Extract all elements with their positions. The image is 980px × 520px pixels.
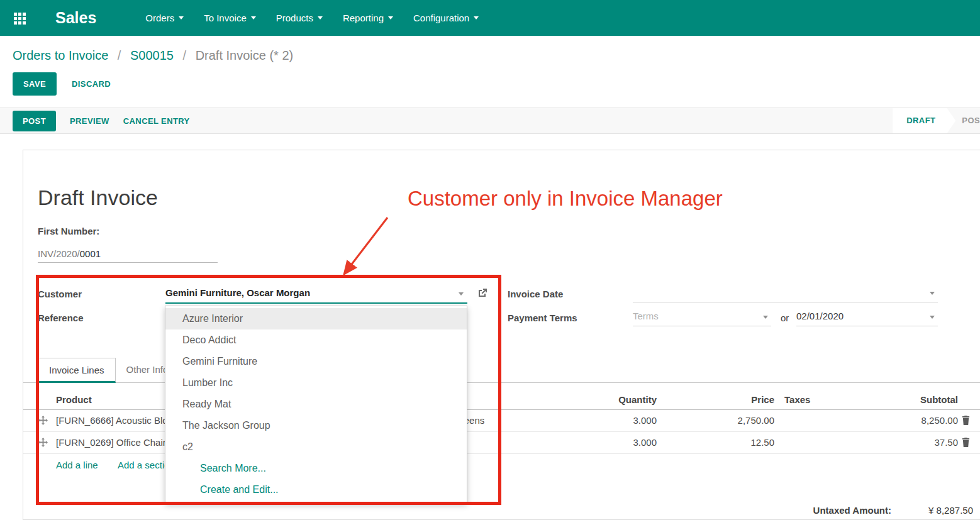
post-button[interactable]: POST — [13, 111, 56, 131]
due-date-field[interactable]: 02/01/2020 — [796, 307, 938, 326]
cell-subtotal: 37.50 — [841, 437, 958, 448]
breadcrumb-current: Draft Invoice (* 2) — [196, 48, 294, 62]
tab-invoice-lines[interactable]: Invoice Lines — [38, 358, 116, 383]
delete-row-icon[interactable] — [962, 438, 970, 449]
untaxed-amount-value: ¥ 8,287.50 — [899, 505, 973, 516]
top-menus: Orders To Invoice Products Reporting Con… — [135, 0, 489, 36]
caret-down-icon — [318, 16, 323, 19]
cell-quantity[interactable]: 3.000 — [558, 415, 657, 426]
customer-dropdown-option[interactable]: Azure Interior — [165, 308, 467, 329]
caret-down-icon — [388, 16, 393, 19]
due-date-value: 02/01/2020 — [796, 311, 844, 321]
external-link-icon[interactable] — [477, 288, 487, 301]
customer-dropdown-option[interactable]: c2 — [165, 436, 467, 458]
search-more-option[interactable]: Search More... — [165, 458, 467, 479]
caret-down-icon — [179, 16, 184, 19]
app-name[interactable]: Sales — [55, 9, 96, 27]
menu-orders[interactable]: Orders — [135, 0, 194, 36]
create-and-edit-option[interactable]: Create and Edit... — [165, 479, 467, 501]
untaxed-amount-label: Untaxed Amount: — [753, 505, 891, 516]
invoice-date-label: Invoice Date — [508, 289, 563, 299]
page-title: Draft Invoice — [38, 185, 158, 210]
caret-down-icon — [763, 316, 768, 319]
customer-label: Customer — [38, 289, 82, 299]
payment-terms-placeholder: Terms — [633, 311, 659, 321]
apps-grid-glyph — [14, 13, 17, 16]
breadcrumb: Orders to Invoice / S00015 / Draft Invoi… — [0, 36, 980, 63]
invoice-date-field[interactable] — [633, 284, 938, 302]
menu-products-label: Products — [276, 13, 313, 23]
customer-dropdown-option[interactable]: Lumber Inc — [165, 372, 467, 394]
caret-down-icon — [251, 16, 256, 19]
column-subtotal: Subtotal — [841, 394, 958, 405]
cell-product[interactable]: [FURN_0269] Office Chair — [56, 437, 166, 448]
payment-terms-label: Payment Terms — [508, 313, 577, 323]
status-pipeline: DRAFT POS — [893, 108, 980, 133]
column-price: Price — [671, 394, 774, 405]
or-label: or — [781, 313, 789, 323]
caret-down-icon — [930, 292, 935, 295]
customer-dropdown-option[interactable]: Deco Addict — [165, 329, 467, 351]
caret-down-icon — [930, 316, 935, 319]
drag-handle-icon[interactable] — [38, 438, 48, 449]
breadcrumb-separator: / — [118, 48, 121, 62]
status-posted[interactable]: POS — [955, 108, 980, 133]
customer-field[interactable]: Gemini Furniture, Oscar Morgan — [165, 284, 467, 304]
customer-dropdown-option[interactable]: Ready Mat — [165, 394, 467, 415]
discard-button[interactable]: DISCARD — [72, 79, 111, 89]
customer-value: Gemini Furniture, Oscar Morgan — [165, 287, 310, 298]
customer-dropdown-option[interactable]: The Jackson Group — [165, 415, 467, 436]
menu-products[interactable]: Products — [266, 0, 333, 36]
caret-down-icon — [459, 292, 464, 296]
record-actions: SAVE DISCARD — [0, 63, 980, 96]
breadcrumb-orders-to-invoice[interactable]: Orders to Invoice — [13, 48, 108, 62]
caret-down-icon — [474, 16, 479, 19]
menu-reporting[interactable]: Reporting — [333, 0, 403, 36]
preview-button[interactable]: PREVIEW — [70, 116, 109, 126]
menu-to-invoice-label: To Invoice — [204, 13, 247, 23]
menu-reporting-label: Reporting — [343, 13, 384, 23]
cell-price[interactable]: 12.50 — [671, 437, 774, 448]
customer-dropdown: Azure Interior Deco Addict Gemini Furnit… — [165, 306, 467, 503]
status-draft[interactable]: DRAFT — [893, 108, 955, 133]
breadcrumb-s00015[interactable]: S00015 — [130, 48, 174, 62]
column-product: Product — [56, 394, 92, 405]
customer-dropdown-option[interactable]: Gemini Furniture — [165, 351, 467, 372]
delete-row-icon[interactable] — [962, 416, 970, 427]
menu-orders-label: Orders — [145, 13, 174, 23]
menu-to-invoice[interactable]: To Invoice — [194, 0, 266, 36]
apps-menu-icon[interactable] — [13, 11, 30, 25]
invoice-number-prefix: INV/2020/ — [38, 248, 80, 259]
breadcrumb-separator: / — [183, 48, 187, 62]
cell-price[interactable]: 2,750.00 — [671, 415, 774, 426]
menu-configuration[interactable]: Configuration — [403, 0, 489, 36]
cell-subtotal: 8,250.00 — [841, 415, 958, 426]
first-number-label: First Number: — [38, 226, 99, 236]
cancel-entry-button[interactable]: CANCEL ENTRY — [123, 116, 190, 126]
cell-quantity[interactable]: 3.000 — [558, 437, 657, 448]
save-button[interactable]: SAVE — [13, 72, 57, 96]
column-quantity: Quantity — [558, 394, 657, 405]
form-statusbar: POST PREVIEW CANCEL ENTRY DRAFT POS — [0, 108, 980, 134]
menu-configuration-label: Configuration — [413, 13, 469, 23]
reference-label: Reference — [38, 313, 84, 323]
add-a-line-link[interactable]: Add a line — [56, 460, 98, 470]
drag-handle-icon[interactable] — [38, 416, 48, 427]
invoice-number-field[interactable]: INV/2020/0001 — [38, 248, 218, 263]
invoice-number-value: 0001 — [80, 248, 101, 259]
top-navbar: Sales Orders To Invoice Products Reporti… — [0, 0, 980, 36]
payment-terms-field[interactable]: Terms — [633, 307, 771, 326]
